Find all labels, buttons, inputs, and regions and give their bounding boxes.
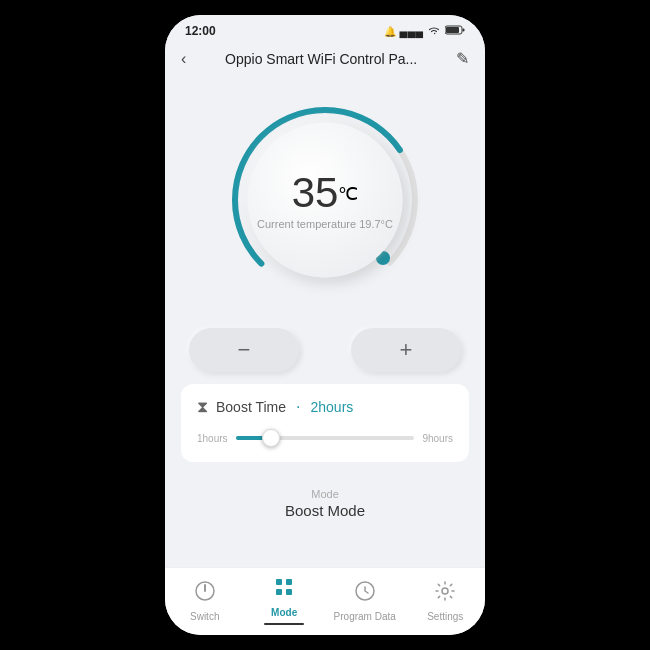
program-label: Program Data	[334, 611, 396, 622]
thermostat-ring[interactable]: 35℃ Current temperature 19.7°C	[225, 100, 425, 300]
nav-program[interactable]: Program Data	[334, 580, 396, 622]
mode-label: Mode	[311, 488, 339, 500]
boost-header: ⧗ Boost Time · 2hours	[197, 398, 453, 416]
temp-display: 35℃	[292, 171, 359, 213]
svg-point-13	[442, 588, 448, 594]
battery-icon	[445, 25, 465, 37]
settings-label: Settings	[427, 611, 463, 622]
boost-separator: ·	[296, 398, 300, 416]
boost-slider[interactable]	[236, 428, 415, 448]
mode-nav-label: Mode	[271, 607, 297, 618]
signal-icon: ▄▄▄	[400, 25, 423, 37]
thermostat-inner: 35℃ Current temperature 19.7°C	[248, 123, 403, 278]
controls-row: − +	[165, 316, 485, 384]
boost-value: 2hours	[310, 399, 353, 415]
bell-icon: 🔔	[384, 26, 396, 37]
svg-rect-8	[276, 579, 282, 585]
hourglass-icon: ⧗	[197, 398, 208, 416]
mode-section: Mode Boost Mode	[165, 474, 485, 529]
boost-label: Boost Time	[216, 399, 286, 415]
increase-button[interactable]: +	[351, 328, 461, 372]
edit-button[interactable]: ✎	[456, 49, 469, 68]
slider-track	[236, 436, 415, 440]
bottom-nav: Switch Mode Program D	[165, 567, 485, 635]
mode-icon	[273, 576, 295, 604]
header: ‹ Oppio Smart WiFi Control Pa... ✎	[165, 43, 485, 76]
nav-mode[interactable]: Mode	[254, 576, 314, 625]
mode-underline	[264, 623, 304, 625]
status-time: 12:00	[185, 24, 216, 38]
slider-max-label: 9hours	[422, 433, 453, 444]
nav-settings[interactable]: Settings	[415, 580, 475, 622]
slider-row: 1hours 9hours	[197, 428, 453, 448]
svg-rect-9	[286, 579, 292, 585]
settings-icon	[434, 580, 456, 608]
back-button[interactable]: ‹	[181, 50, 186, 68]
nav-switch[interactable]: Switch	[175, 580, 235, 622]
svg-rect-2	[446, 27, 459, 33]
wifi-icon	[427, 25, 441, 37]
current-temp-label: Current temperature 19.7°C	[257, 217, 393, 229]
svg-rect-10	[276, 589, 282, 595]
mode-value: Boost Mode	[285, 502, 365, 519]
boost-card: ⧗ Boost Time · 2hours 1hours 9hours	[181, 384, 469, 462]
status-icons: 🔔 ▄▄▄	[384, 25, 465, 37]
program-icon	[354, 580, 376, 608]
thermostat-area: 35℃ Current temperature 19.7°C	[165, 76, 485, 316]
temp-unit: ℃	[338, 184, 358, 204]
slider-thumb[interactable]	[262, 429, 280, 447]
main-content: 35℃ Current temperature 19.7°C − + ⧗ Boo…	[165, 76, 485, 567]
header-title: Oppio Smart WiFi Control Pa...	[225, 51, 417, 67]
svg-rect-11	[286, 589, 292, 595]
decrease-button[interactable]: −	[189, 328, 299, 372]
switch-icon	[194, 580, 216, 608]
slider-min-label: 1hours	[197, 433, 228, 444]
svg-rect-1	[463, 29, 465, 32]
switch-label: Switch	[190, 611, 219, 622]
phone-container: 12:00 🔔 ▄▄▄ ‹ Oppio Smart WiFi Control P…	[165, 15, 485, 635]
status-bar: 12:00 🔔 ▄▄▄	[165, 15, 485, 43]
